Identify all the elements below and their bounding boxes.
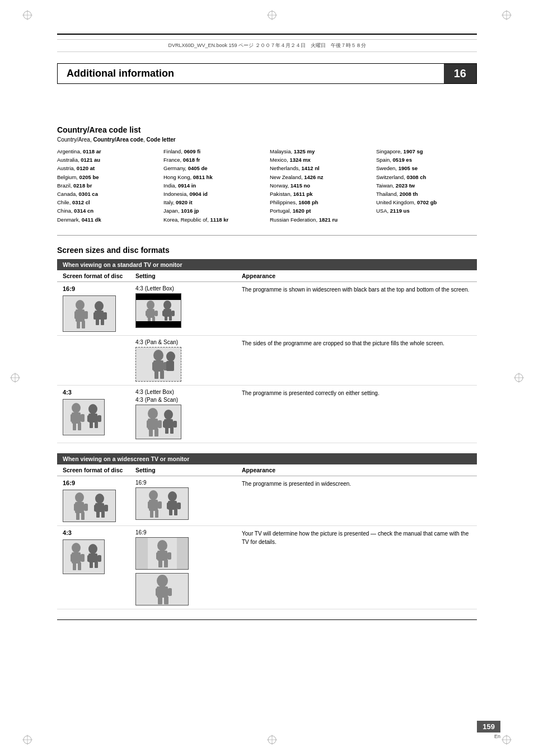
country-item: Argentina, 0118 ar [57,147,158,156]
appearance-cell-43: The programme is presented correctly on … [236,385,477,443]
main-content: DVRLX60D_WV_EN.book 159 ページ ２００７年４月２４日 火… [57,34,477,620]
svg-rect-109 [169,509,172,515]
country-item: Italy, 0920 it [163,198,264,206]
ws-setting-label-43: 16:9 [135,529,231,536]
reg-mark-left [10,373,20,384]
country-item: Belgium, 0205 be [57,173,158,181]
reg-mark-bottom-left [22,735,32,746]
col-setting-label: Setting [130,270,236,282]
svg-point-60 [72,403,81,413]
appearance-cell-letterbox: The programme is shown in widescreen wit… [236,281,477,335]
widescreen-tv-header-label: When viewing on a widescreen TV or monit… [57,453,477,464]
country-item: Taiwan, 2023 tw [376,181,477,190]
svg-rect-97 [101,511,105,518]
country-item: Switzerland, 0308 ch [376,173,477,181]
ws-disc-illustration-4-3 [63,539,105,574]
svg-rect-89 [84,504,88,511]
svg-rect-120 [87,555,91,562]
format-cell-empty [57,335,130,385]
svg-point-105 [168,491,177,501]
svg-rect-123 [95,561,98,568]
svg-rect-70 [90,421,93,428]
svg-rect-56 [160,370,164,379]
tv-illustration-panscan [135,347,181,382]
chapter-number: 16 [444,64,476,83]
country-item: Japan, 1016 jp [163,206,264,215]
svg-rect-41 [154,311,158,316]
country-item: Thailand, 2008 th [376,190,477,198]
svg-point-92 [95,494,104,504]
page-container: DVRLX60D_WV_EN.book 159 ページ ２００７年４月２４日 火… [0,0,534,756]
standard-tv-col-headers: Screen format of disc Setting Appearance [57,270,477,282]
svg-rect-68 [87,415,91,422]
ws-format-cell-43: 4:3 [57,525,130,609]
svg-rect-28 [84,311,88,319]
ws-appearance-cell-43: Your TV will determine how the picture i… [236,525,477,609]
svg-point-44 [163,300,171,309]
ws-tv-illustration-169 [135,487,189,520]
standard-tv-header-label: When viewing on a standard TV or monitor [57,259,477,270]
bottom-border [57,619,477,620]
country-item: India, 0914 in [163,181,264,190]
svg-rect-43 [152,317,155,321]
svg-rect-27 [74,311,78,319]
svg-rect-115 [81,554,85,562]
tv-illustration-letterbox [135,293,181,328]
table-row: 4:3 [57,525,477,609]
country-item: Korea, Republic of, 1118 kr [163,215,264,224]
svg-rect-29 [77,321,80,328]
reg-mark-top-center [267,10,277,21]
svg-rect-88 [74,504,78,511]
disc-illustration-16-9 [63,295,116,332]
svg-rect-81 [163,421,167,428]
svg-rect-37 [136,300,181,321]
col-format-label: Screen format of disc [57,270,130,282]
page-title: Additional information [58,64,444,83]
svg-rect-96 [96,511,100,518]
svg-rect-121 [97,555,101,562]
country-col-2: Finland, 0609 fi France, 0618 fr Germany… [163,147,264,224]
svg-rect-36 [101,318,104,325]
svg-rect-102 [158,501,162,509]
table-row: 4:3 [57,385,477,443]
country-item: USA, 2119 us [376,206,477,215]
svg-point-73 [148,408,158,419]
svg-rect-125 [137,538,148,569]
svg-rect-107 [167,503,171,509]
svg-rect-42 [148,317,151,321]
country-item: Portugal, 1620 pt [270,206,371,215]
reg-mark-bottom-center [267,735,277,746]
format-cell-169: 16:9 [57,281,130,335]
svg-rect-48 [165,316,167,321]
disc-illustration-4-3 [63,399,105,435]
svg-rect-104 [155,510,158,518]
svg-point-57 [166,351,175,361]
country-item: New Zealand, 1426 nz [270,173,371,181]
svg-rect-103 [150,510,153,518]
country-item: Indonesia, 0904 id [163,190,264,198]
table-row: 16:9 [57,476,477,525]
svg-rect-130 [167,552,171,560]
svg-rect-110 [174,509,177,515]
col-appearance-label: Appearance [236,270,477,282]
widescreen-tv-col-headers: Screen format of disc Setting Appearance [57,464,477,476]
svg-rect-75 [147,420,151,428]
svg-rect-53 [152,362,156,370]
svg-point-25 [76,300,85,310]
country-grid: Argentina, 0118 ar Australia, 0121 au Au… [57,147,477,224]
svg-rect-83 [165,427,168,434]
lang-label: En [494,734,500,739]
setting-label-43lb: 4:3 (Letter Box) [135,389,231,395]
svg-rect-71 [95,421,98,428]
standard-tv-table: When viewing on a standard TV or monitor… [57,259,477,443]
setting-label-43ps: 4:3 (Pan & Scan) [135,397,231,403]
setting-cell-panscan: 4:3 (Pan & Scan) [130,335,236,385]
svg-rect-132 [164,560,168,567]
country-item: United Kingdom, 0702 gb [376,198,477,206]
reg-mark-top-right [502,10,512,21]
ws-col-setting-label: Setting [130,464,236,476]
svg-rect-95 [104,505,108,511]
ws-setting-cell-43: 16:9 [130,525,236,609]
widescreen-tv-table: When viewing on a widescreen TV or monit… [57,453,477,609]
ws-col-format-label: Screen format of disc [57,464,130,476]
